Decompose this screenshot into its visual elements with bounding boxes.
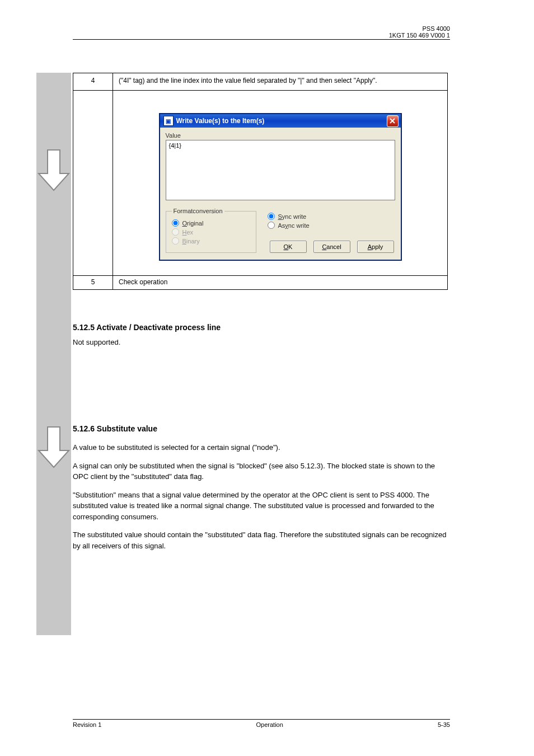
flow-arrow-1 — [36, 148, 71, 195]
format-hex-radio: Hex — [172, 228, 250, 236]
section1-title: 5.12.5 Activate / Deactivate process lin… — [73, 322, 448, 334]
section2-p4: The substituted value should contain the… — [73, 529, 448, 551]
footer-page: 5-35 — [438, 721, 450, 728]
footer-revision: Revision 1 — [73, 721, 101, 728]
step4-text: ("4I" tag) and the line index into the v… — [113, 73, 448, 91]
close-icon — [390, 118, 395, 124]
dialog-titlebar: ▣ Write Value(s) to the Item(s) — [160, 114, 401, 128]
app-icon: ▣ — [163, 116, 174, 126]
header-rule — [73, 39, 450, 40]
dialog-title: Write Value(s) to the Item(s) — [176, 117, 387, 125]
format-binary-radio: Binary — [172, 237, 250, 245]
cancel-button[interactable]: Cancel — [313, 241, 350, 253]
flow-arrow-2 — [36, 425, 71, 472]
value-label: Value — [166, 132, 395, 139]
radio-sync[interactable] — [268, 213, 275, 220]
step-number: 4 — [73, 73, 113, 91]
radio-hex — [172, 228, 179, 236]
format-original-radio[interactable]: Original — [172, 219, 250, 227]
steps-table: 4 ("4I" tag) and the line index into the… — [73, 73, 448, 290]
section2-title: 5.12.6 Substitute value — [73, 423, 448, 435]
write-values-dialog: ▣ Write Value(s) to the Item(s) Value {4… — [159, 113, 402, 261]
section1-body: Not supported. — [73, 337, 448, 348]
section-5-12-5: 5.12.5 Activate / Deactivate process lin… — [73, 322, 448, 348]
section2-p2: A signal can only be substituted when th… — [73, 461, 448, 482]
step-number-5: 5 — [73, 276, 113, 290]
section2-p1: A value to be substituted is selected fo… — [73, 442, 448, 453]
format-legend: Formatconversion — [172, 208, 224, 214]
apply-button[interactable]: Apply — [357, 241, 394, 253]
async-write-radio[interactable]: Async write — [268, 222, 395, 229]
radio-original[interactable] — [172, 219, 179, 227]
radio-async[interactable] — [268, 222, 275, 229]
ok-button[interactable]: OK — [270, 241, 307, 253]
header-product: PSS 4000 — [389, 25, 450, 32]
page-footer: Revision 1 Operation 5-35 — [73, 719, 450, 728]
header-docno: 1KGT 150 469 V000 1 — [389, 32, 450, 39]
section2-p3: "Substitution" means that a signal value… — [73, 490, 448, 523]
section-5-12-6: 5.12.6 Substitute value A value to be su… — [73, 423, 448, 558]
close-button[interactable] — [387, 115, 399, 127]
radio-binary — [172, 237, 179, 245]
footer-chapter: Operation — [256, 721, 283, 728]
format-conversion-group: Formatconversion Original Hex — [166, 208, 256, 253]
value-input[interactable]: {4|1} — [166, 140, 395, 200]
sync-write-radio[interactable]: Sync write — [268, 213, 395, 220]
step5-text: Check operation — [113, 276, 448, 290]
